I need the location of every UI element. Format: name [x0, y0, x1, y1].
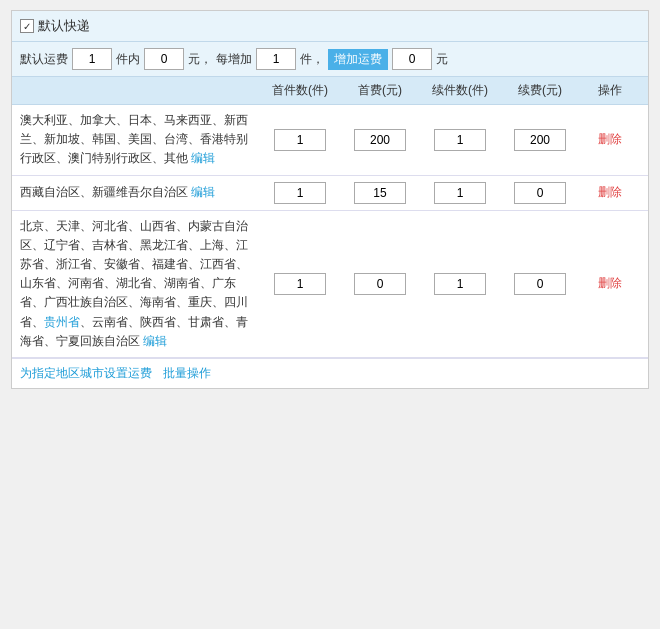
- th-cont-fee: 续费(元): [500, 82, 580, 99]
- first-fee-input-2[interactable]: [354, 182, 406, 204]
- default-fee-input2[interactable]: [144, 48, 184, 70]
- cont-fee-input-3[interactable]: [514, 273, 566, 295]
- checkbox-icon: ✓: [20, 19, 34, 33]
- first-fee-input-1[interactable]: [354, 129, 406, 151]
- first-fee-input-3[interactable]: [354, 273, 406, 295]
- table-row: 西藏自治区、新疆维吾尔自治区 编辑 删除: [12, 176, 648, 211]
- cont-count-cell-2: [420, 182, 500, 204]
- table-row: 北京、天津、河北省、山西省、内蒙古自治区、辽宁省、吉林省、黑龙江省、上海、江苏省…: [12, 211, 648, 358]
- cont-fee-input-2[interactable]: [514, 182, 566, 204]
- delete-link-3[interactable]: 删除: [598, 276, 622, 290]
- unit2: 元，: [188, 51, 212, 68]
- first-count-cell-3: [260, 273, 340, 295]
- set-city-fee-link[interactable]: 为指定地区城市设置运费: [20, 366, 152, 380]
- cont-count-input-2[interactable]: [434, 182, 486, 204]
- default-fee-label: 默认运费: [20, 51, 68, 68]
- default-fee-input1[interactable]: [72, 48, 112, 70]
- delete-link-2[interactable]: 删除: [598, 185, 622, 199]
- increase-fee-label: 增加运费: [328, 49, 388, 70]
- th-action: 操作: [580, 82, 640, 99]
- cont-fee-cell-2: [500, 182, 580, 204]
- first-count-input-3[interactable]: [274, 273, 326, 295]
- action-cell-1: 删除: [580, 131, 640, 148]
- default-fee-input4[interactable]: [392, 48, 432, 70]
- every-increase-label: 每增加: [216, 51, 252, 68]
- first-fee-cell-1: [340, 129, 420, 151]
- footer-row: 为指定地区城市设置运费 批量操作: [12, 358, 648, 388]
- default-fee-input3[interactable]: [256, 48, 296, 70]
- first-count-input-1[interactable]: [274, 129, 326, 151]
- cont-count-cell-3: [420, 273, 500, 295]
- delete-link-1[interactable]: 删除: [598, 132, 622, 146]
- batch-operation-link[interactable]: 批量操作: [163, 366, 211, 380]
- region-name-3a: 北京、天津、河北省、山西省、内蒙古自治区、辽宁省、吉林省、黑龙江省、上海、江苏省…: [20, 219, 248, 329]
- th-first-count: 首件数(件): [260, 82, 340, 99]
- unit1: 件内: [116, 51, 140, 68]
- cont-count-cell-1: [420, 129, 500, 151]
- th-first-fee: 首费(元): [340, 82, 420, 99]
- default-fee-row: 默认运费 件内 元， 每增加 件， 增加运费 元: [12, 42, 648, 77]
- region-cell-2: 西藏自治区、新疆维吾尔自治区 编辑: [20, 183, 260, 202]
- action-cell-3: 删除: [580, 275, 640, 292]
- action-cell-2: 删除: [580, 184, 640, 201]
- th-cont-count: 续件数(件): [420, 82, 500, 99]
- cont-fee-cell-1: [500, 129, 580, 151]
- first-fee-cell-2: [340, 182, 420, 204]
- shipping-container: ✓ 默认快递 默认运费 件内 元， 每增加 件， 增加运费 元 首件数(件) 首…: [11, 10, 649, 389]
- region-name-2: 西藏自治区、新疆维吾尔自治区: [20, 185, 188, 199]
- edit-link-2[interactable]: 编辑: [191, 185, 215, 199]
- default-express-checkbox-label[interactable]: ✓ 默认快递: [20, 17, 90, 35]
- region-cell-1: 澳大利亚、加拿大、日本、马来西亚、新西兰、新加坡、韩国、美国、台湾、香港特别行政…: [20, 111, 260, 169]
- unit4: 元: [436, 51, 448, 68]
- edit-link-1[interactable]: 编辑: [191, 151, 215, 165]
- region-cell-3: 北京、天津、河北省、山西省、内蒙古自治区、辽宁省、吉林省、黑龙江省、上海、江苏省…: [20, 217, 260, 351]
- cont-fee-cell-3: [500, 273, 580, 295]
- first-count-input-2[interactable]: [274, 182, 326, 204]
- region-highlight-3: 贵州省: [44, 315, 80, 329]
- header-row: ✓ 默认快递: [12, 11, 648, 42]
- first-count-cell-1: [260, 129, 340, 151]
- first-count-cell-2: [260, 182, 340, 204]
- table-row: 澳大利亚、加拿大、日本、马来西亚、新西兰、新加坡、韩国、美国、台湾、香港特别行政…: [12, 105, 648, 176]
- first-fee-cell-3: [340, 273, 420, 295]
- cont-count-input-3[interactable]: [434, 273, 486, 295]
- cont-count-input-1[interactable]: [434, 129, 486, 151]
- cont-fee-input-1[interactable]: [514, 129, 566, 151]
- unit3: 件，: [300, 51, 324, 68]
- table-header: 首件数(件) 首费(元) 续件数(件) 续费(元) 操作: [12, 77, 648, 105]
- default-express-label: 默认快递: [38, 17, 90, 35]
- th-region: [20, 82, 260, 99]
- edit-link-3[interactable]: 编辑: [143, 334, 167, 348]
